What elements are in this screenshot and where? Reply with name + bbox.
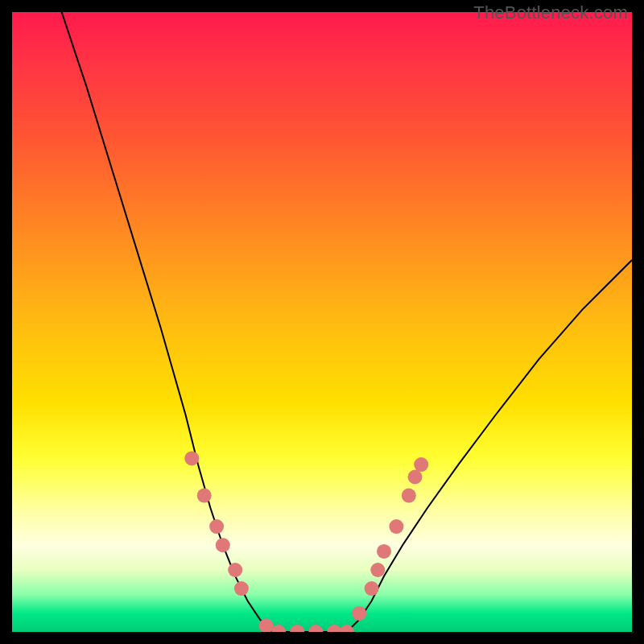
data-point xyxy=(290,625,304,632)
data-point xyxy=(197,489,212,503)
data-point xyxy=(228,563,242,577)
data-point xyxy=(414,457,428,472)
chart-svg xyxy=(12,12,632,632)
data-point xyxy=(327,625,341,632)
plot-area xyxy=(12,12,632,632)
data-point xyxy=(365,581,379,596)
chart-frame: TheBottleneck.com xyxy=(0,0,644,644)
data-point xyxy=(209,519,224,534)
data-point xyxy=(271,625,286,632)
data-point xyxy=(408,470,423,485)
data-point xyxy=(352,606,366,621)
curve-layer xyxy=(62,12,632,632)
data-point xyxy=(184,451,199,465)
data-point xyxy=(216,538,230,552)
data-point xyxy=(377,544,391,559)
marker-layer xyxy=(184,451,428,632)
data-point xyxy=(234,581,249,596)
bottleneck-curve xyxy=(62,12,632,632)
data-point xyxy=(389,519,403,534)
data-point xyxy=(370,563,385,577)
data-point xyxy=(308,625,323,632)
watermark-text: TheBottleneck.com xyxy=(473,2,628,23)
data-point xyxy=(402,489,416,503)
